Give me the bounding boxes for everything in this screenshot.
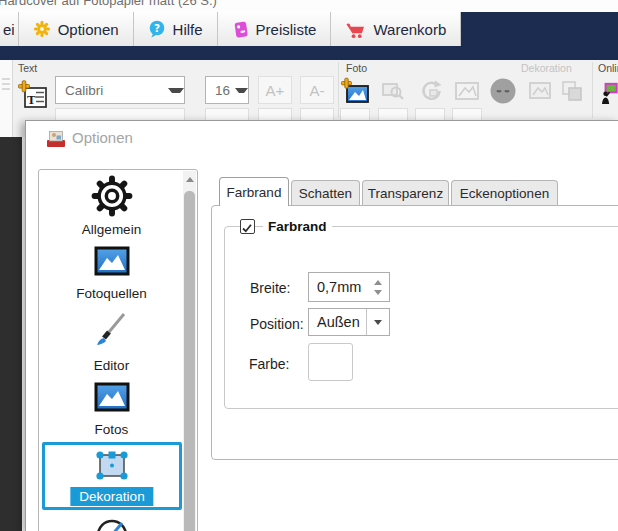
menu-label: Warenkorb	[373, 21, 446, 38]
tab-schatten[interactable]: Schatten	[291, 180, 360, 206]
toolbar-row2-fragment	[452, 108, 482, 120]
app-window: Hardcover auf Fotopapier matt (26 S.) ei…	[0, 0, 618, 531]
sidebar-item-label: Fotos	[39, 422, 184, 437]
dropdown-button[interactable]	[366, 309, 389, 335]
price-list-icon	[232, 20, 249, 39]
farbrand-groupbox: Farbrand Breite: 0,7mm Position: Außen	[224, 226, 618, 409]
left-dock-fragment	[0, 60, 13, 137]
sidebar-item-partial[interactable]	[39, 516, 184, 531]
photos-icon	[94, 382, 130, 412]
font-family-combo[interactable]: Calibri	[55, 76, 185, 104]
online-service-button[interactable]	[601, 76, 618, 110]
menu-bar: ei Optionen ? Hilfe	[0, 12, 618, 46]
dialog-title: Optionen	[72, 129, 133, 146]
position-value: Außen	[309, 314, 366, 330]
photo-frame-button	[452, 76, 482, 106]
sidebar-scrollbar[interactable]	[183, 171, 196, 531]
breite-value: 0,7mm	[309, 279, 374, 295]
options-category-list: Allgemein Fotoquellen Editor	[38, 169, 198, 531]
sidebar-item-label: Fotoquellen	[39, 286, 184, 301]
font-size-combo[interactable]: 16	[205, 76, 249, 104]
chevron-down-icon	[235, 88, 248, 93]
overlapping-squares-icon	[559, 78, 585, 104]
decoration-selection-icon	[89, 446, 135, 486]
framed-photo-icon	[453, 78, 481, 104]
tab-eckenoptionen[interactable]: Eckenoptionen	[451, 180, 558, 206]
sidebar-item-label: Editor	[39, 358, 184, 373]
sidebar-item-fotos[interactable]: Fotos	[39, 382, 184, 437]
svg-text:?: ?	[154, 22, 160, 34]
toolbar-row2-fragment	[378, 108, 408, 120]
tab-farbrand[interactable]: Farbrand	[219, 177, 289, 206]
gear-outline-icon	[90, 174, 134, 218]
toolbar-row2-fragment	[300, 108, 334, 120]
photo-sources-icon	[94, 246, 130, 276]
decoration-shapes-button	[558, 76, 586, 106]
add-text-icon: T	[17, 78, 49, 112]
tab-transparenz[interactable]: Transparenz	[362, 180, 449, 206]
position-label: Position:	[250, 316, 304, 332]
window-title: Hardcover auf Fotopapier matt (26 S.)	[0, 0, 217, 8]
scrollbar-thumb[interactable]	[184, 191, 195, 531]
toolbar-row2-fragment	[340, 108, 370, 120]
spinner-up-icon[interactable]	[374, 280, 382, 285]
position-dropdown[interactable]: Außen	[308, 308, 390, 336]
section-label-foto: Foto	[346, 62, 367, 74]
farbrand-checkbox[interactable]	[240, 219, 255, 234]
section-label-online: Onlin	[598, 62, 618, 74]
sidebar-item-dekoration-selected[interactable]: Dekoration	[42, 442, 182, 510]
tab-label: Farbrand	[227, 185, 282, 200]
app-dark-backdrop	[0, 137, 22, 531]
help-icon: ?	[148, 20, 166, 38]
navy-divider	[0, 46, 618, 60]
window-titlebar: Hardcover auf Fotopapier matt (26 S.)	[0, 0, 618, 12]
section-divider	[338, 62, 339, 118]
breite-spinner[interactable]: 0,7mm	[308, 272, 390, 302]
menu-label: Preisliste	[256, 21, 317, 38]
menu-item-datei-partial[interactable]: ei	[0, 12, 19, 46]
farbe-label: Farbe:	[249, 356, 289, 372]
sidebar-item-label: Allgemein	[39, 222, 184, 237]
paintbrush-icon	[92, 310, 132, 352]
menu-item-warenkorb[interactable]: Warenkorb	[331, 12, 461, 46]
sidebar-item-allgemein[interactable]: Allgemein	[39, 174, 184, 237]
toolbar-row2-fragment	[205, 108, 249, 120]
sleepy-face-icon	[489, 77, 517, 105]
cart-icon	[345, 20, 366, 39]
menu-item-preisliste[interactable]: Preisliste	[218, 12, 332, 46]
toolbar-row2-fragment	[415, 108, 445, 120]
chevron-down-icon	[168, 88, 184, 93]
spinner-down-icon[interactable]	[374, 290, 382, 295]
menu-item-hilfe[interactable]: ? Hilfe	[134, 12, 218, 46]
gray-photo-icon	[527, 79, 553, 103]
sidebar-item-editor[interactable]: Editor	[39, 310, 184, 373]
check-icon	[241, 222, 253, 234]
font-family-value: Calibri	[56, 83, 168, 98]
tab-label: Transparenz	[368, 186, 443, 201]
photo-edit-button	[378, 76, 408, 106]
gear-icon	[33, 20, 51, 38]
toolbar-row2-fragment	[258, 108, 292, 120]
menu-label: Hilfe	[173, 21, 203, 38]
farbe-color-swatch[interactable]	[308, 343, 353, 381]
menu-label: ei	[3, 21, 15, 38]
decoration-image-button	[526, 76, 554, 106]
font-size-value: 16	[206, 83, 235, 98]
increase-font-label: A+	[266, 82, 285, 99]
add-photo-button[interactable]	[340, 76, 370, 106]
face-detection-button	[488, 76, 518, 106]
chevron-down-icon	[374, 320, 382, 325]
sidebar-item-label-selected: Dekoration	[70, 487, 153, 506]
menu-item-optionen[interactable]: Optionen	[19, 12, 134, 46]
decrease-font-label: A-	[310, 82, 325, 99]
sidebar-item-fotoquellen[interactable]: Fotoquellen	[39, 246, 184, 301]
online-presenter-icon	[601, 76, 618, 110]
breite-label: Breite:	[250, 280, 290, 296]
tab-page-farbrand: Farbrand Breite: 0,7mm Position: Außen	[211, 205, 618, 460]
tab-label: Schatten	[299, 186, 352, 201]
increase-font-button: A+	[258, 76, 292, 104]
add-photo-icon	[340, 76, 370, 106]
add-text-button[interactable]: T	[17, 78, 49, 112]
scroll-up-button[interactable]	[183, 171, 196, 188]
section-label-text: Text	[18, 62, 37, 74]
